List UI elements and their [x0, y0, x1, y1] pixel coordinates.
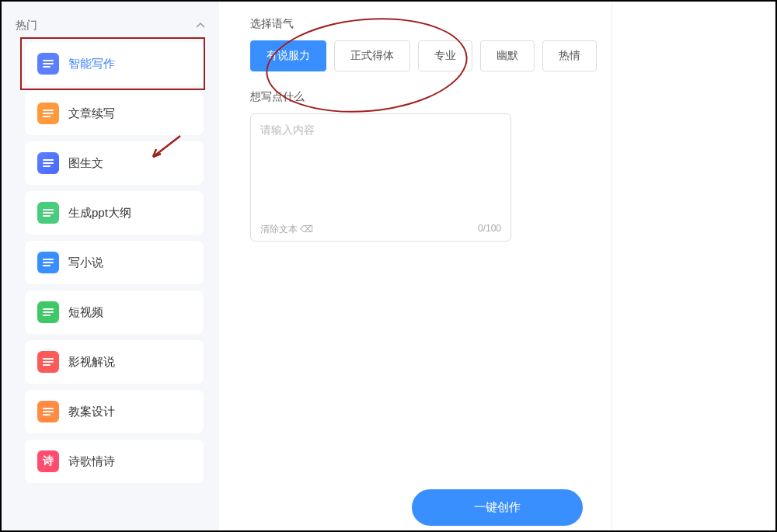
sidebar-item[interactable]: 诗诗歌情诗 — [25, 440, 204, 483]
sidebar-item-wrapper: 教案设计 — [9, 390, 211, 433]
tone-option[interactable]: 热情 — [542, 40, 597, 71]
sidebar-item[interactable]: 教案设计 — [25, 390, 204, 433]
sidebar-item-label: 智能写作 — [68, 57, 115, 71]
sidebar-item-wrapper: 诗诗歌情诗 — [9, 440, 211, 483]
document-icon — [37, 351, 59, 373]
tone-option[interactable]: 幽默 — [480, 40, 535, 71]
sidebar-item-label: 图生文 — [68, 156, 103, 171]
textarea-footer: 清除文本 ⌫ 0/100 — [251, 218, 510, 241]
sidebar-item-label: 短视频 — [68, 305, 103, 320]
sidebar-item[interactable]: 写小说 — [25, 241, 204, 284]
sidebar: 热门 智能写作文章续写图生文生成ppt大纲写小说短视频影视解说教案设计诗诗歌情诗 — [2, 2, 219, 530]
sidebar-items: 智能写作文章续写图生文生成ppt大纲写小说短视频影视解说教案设计诗诗歌情诗 — [9, 42, 211, 483]
document-icon: 诗 — [37, 450, 59, 472]
document-icon — [37, 252, 59, 273]
sidebar-item[interactable]: 短视频 — [25, 290, 204, 334]
divider — [611, 2, 612, 530]
document-icon — [37, 202, 59, 224]
content-section-label: 想写点什么 — [250, 90, 744, 104]
tone-section-label: 选择语气 — [250, 17, 744, 31]
tone-option[interactable]: 有说服力 — [250, 40, 326, 71]
sidebar-item-wrapper: 影视解说 — [9, 340, 211, 384]
document-icon — [37, 53, 59, 75]
sidebar-item-label: 生成ppt大纲 — [68, 206, 131, 221]
sidebar-item-label: 诗歌情诗 — [68, 454, 115, 469]
sidebar-item-label: 影视解说 — [68, 355, 115, 370]
sidebar-item-label: 写小说 — [68, 256, 103, 270]
tone-options: 有说服力正式得体专业幽默热情 — [250, 40, 744, 71]
document-icon — [37, 103, 59, 124]
sidebar-section-header[interactable]: 热门 — [9, 9, 211, 42]
sidebar-section-title: 热门 — [16, 19, 37, 33]
content-input[interactable] — [251, 114, 510, 215]
sidebar-item-wrapper: 图生文 — [9, 141, 211, 185]
tone-option[interactable]: 专业 — [418, 40, 472, 71]
sidebar-item-wrapper: 生成ppt大纲 — [9, 191, 211, 235]
tone-option[interactable]: 正式得体 — [334, 40, 410, 71]
clear-text-button[interactable]: 清除文本 ⌫ — [260, 223, 313, 236]
sidebar-item[interactable]: 图生文 — [25, 141, 204, 185]
sidebar-item[interactable]: 影视解说 — [25, 340, 204, 384]
document-icon — [37, 401, 59, 422]
content-textarea-wrapper: 清除文本 ⌫ 0/100 — [250, 113, 511, 242]
sidebar-item-wrapper: 短视频 — [9, 290, 211, 334]
create-button[interactable]: 一键创作 — [412, 489, 583, 526]
sidebar-item-wrapper: 智能写作 — [9, 42, 211, 85]
document-icon — [37, 152, 59, 174]
bottom-bar: 一键创作 — [219, 489, 775, 526]
char-count: 0/100 — [478, 223, 501, 236]
document-icon — [37, 301, 59, 323]
sidebar-item-label: 文章续写 — [68, 106, 115, 121]
sidebar-item[interactable]: 智能写作 — [25, 42, 204, 85]
sidebar-item-wrapper: 文章续写 — [9, 92, 211, 135]
sidebar-item-wrapper: 写小说 — [9, 241, 211, 284]
main-panel: 选择语气 有说服力正式得体专业幽默热情 想写点什么 清除文本 ⌫ 0/100 一… — [219, 2, 775, 530]
sidebar-item-label: 教案设计 — [68, 405, 115, 419]
chevron-up-icon — [196, 21, 205, 30]
sidebar-item[interactable]: 文章续写 — [25, 92, 204, 135]
sidebar-item[interactable]: 生成ppt大纲 — [25, 191, 204, 235]
